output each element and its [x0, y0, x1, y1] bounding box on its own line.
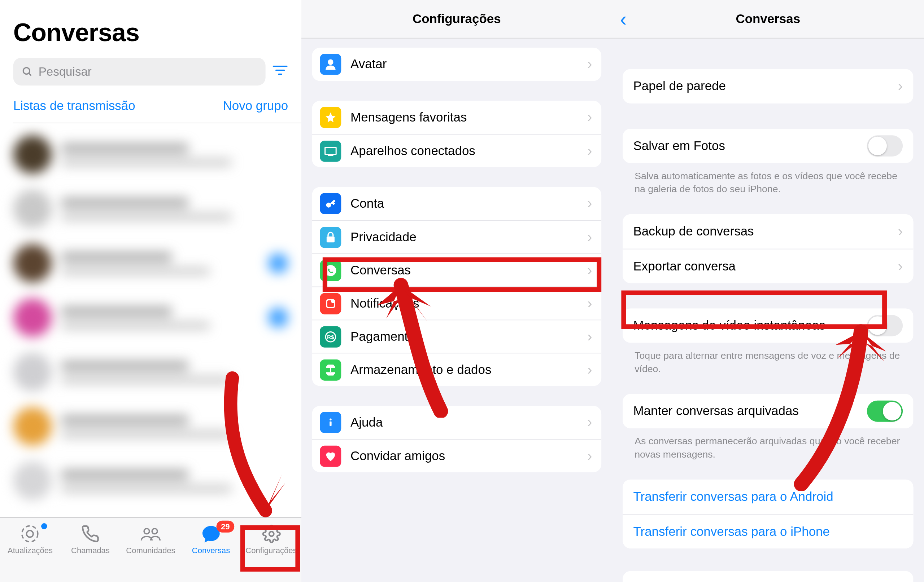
row-label: Avatar — [350, 57, 587, 71]
heart-icon — [320, 446, 341, 467]
settings-row-devices[interactable]: Aparelhos conectados › — [312, 134, 601, 167]
chats-top-links: Listas de transmissão Novo grupo — [0, 87, 301, 123]
toggle-video-messages[interactable] — [867, 315, 903, 337]
svg-rect-14 — [327, 236, 335, 242]
chevron-right-icon: › — [898, 223, 903, 240]
row-label: Conversas — [350, 263, 587, 277]
row-export[interactable]: Exportar conversa › — [623, 249, 914, 283]
settings-row-invite[interactable]: Convidar amigos › — [312, 439, 601, 472]
storage-icon — [320, 359, 341, 380]
row-label: Ajuda — [350, 415, 587, 429]
info-icon — [320, 412, 341, 433]
tab-chats[interactable]: 29 Conversas — [181, 524, 241, 555]
phone-icon — [79, 524, 102, 543]
row-label: Privacidade — [350, 230, 587, 244]
tab-communities[interactable]: Comunidades — [120, 524, 181, 555]
chevron-right-icon: › — [587, 361, 592, 378]
svg-point-5 — [22, 526, 38, 542]
caption-save-photos: Salva automaticamente as fotos e os víde… — [623, 163, 914, 196]
row-save-photos[interactable]: Salvar em Fotos — [623, 129, 914, 163]
list-item[interactable] — [0, 345, 301, 399]
settings-row-notifications[interactable]: Notificações › — [312, 286, 601, 319]
chevron-right-icon: › — [587, 262, 592, 279]
key-icon — [320, 193, 341, 214]
list-item[interactable] — [0, 182, 301, 236]
gear-icon — [260, 524, 283, 543]
chevron-right-icon: › — [587, 142, 592, 159]
settings-group-account: Conta › Privacidade › Conversas › — [312, 187, 601, 386]
row-label: Mensagens favoritas — [350, 110, 587, 124]
caption-video-msgs: Toque para alternar entre mensagens de v… — [623, 343, 914, 375]
tab-updates[interactable]: Atualizações — [0, 524, 60, 555]
row-label: Exportar conversa — [633, 259, 898, 273]
settings-group-favorites: Mensagens favoritas › Aparelhos conectad… — [312, 101, 601, 167]
tab-label: Chamadas — [71, 546, 110, 555]
row-archive-all[interactable]: Arquivar todas as conversas — [623, 571, 914, 582]
row-keep-archived[interactable]: Manter conversas arquivadas — [623, 394, 914, 429]
group-archive-all: Arquivar todas as conversas — [623, 571, 914, 582]
row-transfer-iphone[interactable]: Transferir conversas para o iPhone — [623, 514, 914, 549]
svg-point-10 — [328, 59, 333, 65]
row-label: Salvar em Fotos — [633, 138, 866, 153]
list-item[interactable] — [0, 127, 301, 182]
svg-point-0 — [23, 68, 30, 74]
toggle-save-photos[interactable] — [867, 135, 903, 156]
toggle-keep-archived[interactable] — [867, 401, 903, 422]
tab-settings[interactable]: Configurações — [241, 524, 301, 555]
settings-row-privacy[interactable]: Privacidade › — [312, 220, 601, 253]
row-backup[interactable]: Backup de conversas › — [623, 214, 914, 249]
settings-body: Avatar › Mensagens favoritas › Aparelhos… — [301, 39, 612, 582]
settings-row-favorites[interactable]: Mensagens favoritas › — [312, 101, 601, 134]
broadcast-lists-link[interactable]: Listas de transmissão — [13, 99, 135, 113]
tab-label: Conversas — [192, 546, 230, 555]
search-icon — [21, 66, 33, 77]
header-title: Configurações — [412, 12, 501, 26]
group-video-msgs: Mensagens de vídeo instantâneas — [623, 308, 914, 343]
tab-calls[interactable]: Chamadas — [60, 524, 120, 555]
row-wallpaper[interactable]: Papel de parede › — [623, 69, 914, 104]
updates-dot — [41, 523, 47, 529]
group-wallpaper: Papel de parede › — [623, 69, 914, 104]
row-label: Conta — [350, 196, 587, 210]
new-group-link[interactable]: Novo grupo — [223, 99, 289, 113]
group-keep-archived: Manter conversas arquivadas — [623, 394, 914, 429]
chevron-right-icon: › — [898, 258, 903, 275]
settings-row-chats[interactable]: Conversas › — [312, 253, 601, 287]
tab-label: Atualizações — [8, 546, 53, 555]
group-save-photos: Salvar em Fotos — [623, 129, 914, 163]
chats-settings-header: ‹ Conversas — [612, 0, 924, 39]
list-item[interactable] — [0, 399, 301, 454]
svg-point-16 — [331, 299, 335, 303]
list-item[interactable] — [0, 454, 301, 508]
row-video-messages[interactable]: Mensagens de vídeo instantâneas — [623, 308, 914, 343]
back-button[interactable]: ‹ — [620, 8, 627, 30]
tab-label: Comunidades — [126, 546, 175, 555]
screen-chats-settings: ‹ Conversas Papel de parede › Salvar em … — [612, 0, 924, 582]
chats-list-blurred — [0, 123, 301, 517]
row-transfer-android[interactable]: Transferir conversas para o Android — [623, 480, 914, 514]
search-input[interactable]: Pesquisar — [13, 58, 266, 85]
settings-row-account[interactable]: Conta › — [312, 187, 601, 220]
svg-rect-11 — [325, 147, 337, 155]
lock-icon — [320, 227, 341, 248]
svg-point-9 — [269, 531, 274, 536]
settings-row-payments[interactable]: R$ Pagamentos › — [312, 319, 601, 353]
list-item[interactable] — [0, 236, 301, 291]
caption-keep-archived: As conversas permanecerão arquivadas qua… — [623, 429, 914, 461]
group-backup: Backup de conversas › Exportar conversa … — [623, 214, 914, 283]
search-row: Pesquisar — [0, 51, 301, 87]
settings-row-avatar[interactable]: Avatar › — [312, 48, 601, 81]
settings-row-storage[interactable]: Armazenamento e dados › — [312, 353, 601, 386]
chevron-right-icon: › — [587, 56, 592, 73]
screen-settings: Configurações Avatar › Mensagens favorit… — [301, 0, 612, 582]
row-label: Armazenamento e dados — [350, 362, 587, 377]
whatsapp-icon — [320, 260, 341, 281]
row-label: Backup de conversas — [633, 224, 898, 239]
svg-point-7 — [144, 528, 149, 534]
list-item[interactable] — [0, 291, 301, 345]
settings-group-help: Ajuda › Convidar amigos › — [312, 406, 601, 472]
svg-point-21 — [330, 418, 332, 421]
chevron-right-icon: › — [587, 229, 592, 246]
settings-row-help[interactable]: Ajuda › — [312, 406, 601, 439]
filter-icon[interactable] — [272, 64, 288, 80]
